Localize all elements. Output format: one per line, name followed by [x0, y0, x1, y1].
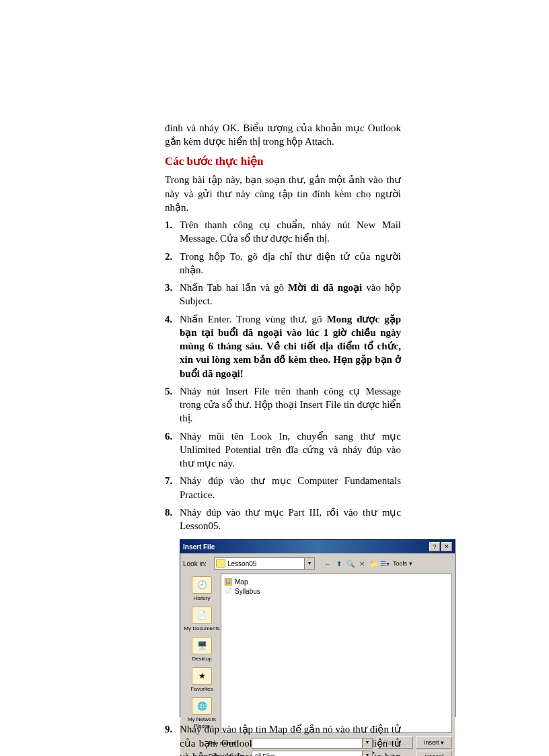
filename-input[interactable]: ▾ [252, 738, 373, 749]
network-icon: 🌐 [192, 697, 212, 715]
step-item: 7. Nháy đúp vào thư mục Computer Fundame… [165, 474, 401, 502]
step-item: 1. Trên thanh công cụ chuẩn, nháy nút Ne… [165, 218, 401, 246]
middle-row: 🕘 History 📄 My Documents 🖥️ Desktop [183, 574, 452, 733]
folder-icon [216, 559, 225, 568]
star-icon: ★ [192, 667, 212, 685]
step-text: Nháy đúp vào thư mục Computer Fundamenta… [180, 474, 401, 502]
step-item: 2. Trong hộp To, gõ địa chỉ thư điện tử … [165, 250, 401, 277]
places-sidebar: 🕘 History 📄 My Documents 🖥️ Desktop [183, 574, 221, 733]
toolbar-icons: ← ⬆ 🔍 ✕ 📁 ☰▾ Tools ▾ [323, 559, 414, 568]
insert-button[interactable]: Insert ▾ [416, 736, 452, 749]
file-label: Map [235, 578, 248, 587]
section-heading: Các bước thực hiện [165, 154, 401, 170]
file-item[interactable]: 📄 Syllabus [224, 586, 449, 596]
views-icon[interactable]: ☰▾ [380, 559, 390, 568]
sidebar-desktop[interactable]: 🖥️ Desktop [192, 637, 212, 663]
lookin-label: Look in: [183, 559, 211, 569]
back-icon[interactable]: ← [323, 559, 332, 568]
new-folder-icon[interactable]: 📁 [369, 559, 378, 568]
step-item: 6. Nháy mũi tên Look In, chuyển sang thư… [165, 429, 401, 471]
step-number: 6. [165, 429, 180, 471]
step-item: 3. Nhấn Tab hai lần và gõ Mời đi dã ngoạ… [165, 281, 401, 308]
step-number: 2. [165, 250, 180, 277]
step-text: Nháy đúp vào thư mục Part III, rồi vào t… [180, 506, 401, 533]
filetype-dropdown[interactable]: All Files ▾ [252, 751, 373, 756]
step-item: 4. Nhấn Enter. Trong vùng thư, gõ Mong đ… [165, 312, 401, 380]
step-number: 3. [165, 281, 180, 308]
insert-file-dialog: Insert File ? ✕ Look in: Lesson05 ▾ ← ⬆ … [180, 539, 455, 717]
step-text: Nhấn Enter. Trong vùng thư, gõ Mong được… [180, 312, 401, 380]
document-page: đính và nháy OK. Biểu tượng của khoản mụ… [0, 0, 549, 756]
chevron-down-icon: ▾ [362, 738, 372, 748]
file-label: Syllabus [235, 587, 260, 596]
help-button[interactable]: ? [429, 542, 440, 551]
file-item[interactable]: 🖼️ Map [224, 577, 449, 586]
intro-paragraph: đính và nháy OK. Biểu tượng của khoản mụ… [165, 121, 401, 149]
toolbar-row: Look in: Lesson05 ▾ ← ⬆ 🔍 ✕ 📁 ☰▾ Tools ▾ [183, 556, 452, 571]
step-number: 9. [165, 722, 180, 756]
intro-paragraph-2: Trong bài tập này, bạn soạn thư, gắn một… [165, 173, 401, 214]
dialog-title: Insert File [183, 543, 428, 552]
step-item: 5. Nháy nút Insert File trên thanh công … [165, 384, 401, 425]
sidebar-mydocs[interactable]: 📄 My Documents [184, 607, 219, 633]
step-text: Trên thanh công cụ chuẩn, nháy nút New M… [180, 218, 401, 246]
doc-file-icon: 📄 [224, 587, 232, 595]
delete-icon[interactable]: ✕ [357, 559, 367, 568]
mydocs-icon: 📄 [192, 607, 212, 624]
step-text: Trong hộp To, gõ địa chỉ thư điện tử của… [180, 250, 401, 277]
step-number: 4. [165, 312, 180, 380]
sidebar-favorites[interactable]: ★ Favorites [191, 667, 213, 693]
step-number: 1. [165, 218, 180, 246]
image-file-icon: 🖼️ [224, 578, 232, 586]
up-icon[interactable]: ⬆ [334, 559, 344, 568]
lookin-value: Lesson05 [227, 559, 256, 569]
lookin-dropdown[interactable]: Lesson05 ▾ [214, 557, 315, 570]
step-number: 8. [165, 506, 180, 533]
history-icon: 🕘 [192, 576, 212, 594]
step-number: 5. [165, 384, 180, 425]
step-text: Nhấn Tab hai lần và gõ Mời đi dã ngoại v… [180, 281, 401, 308]
tools-menu[interactable]: Tools ▾ [392, 559, 414, 568]
file-list-area[interactable]: 🖼️ Map 📄 Syllabus [221, 574, 452, 733]
step-number: 7. [165, 474, 180, 502]
cancel-button[interactable]: Cancel [416, 751, 452, 756]
desktop-icon: 🖥️ [192, 637, 212, 654]
sidebar-history[interactable]: 🕘 History [192, 576, 212, 603]
step-text: Nháy nút Insert File trên thanh công cụ … [180, 384, 401, 425]
step-text: Nháy mũi tên Look In, chuyển sang thư mụ… [180, 429, 401, 471]
dialog-titlebar: Insert File ? ✕ [180, 540, 455, 553]
step-item: 8. Nháy đúp vào thư mục Part III, rồi và… [165, 506, 401, 533]
close-button[interactable]: ✕ [441, 542, 452, 551]
chevron-down-icon: ▾ [362, 751, 372, 756]
steps-list: 1. Trên thanh công cụ chuẩn, nháy nút Ne… [165, 218, 401, 532]
dialog-screenshot: Insert File ? ✕ Look in: Lesson05 ▾ ← ⬆ … [180, 539, 401, 717]
chevron-down-icon: ▾ [304, 558, 314, 569]
search-icon[interactable]: 🔍 [346, 559, 355, 568]
